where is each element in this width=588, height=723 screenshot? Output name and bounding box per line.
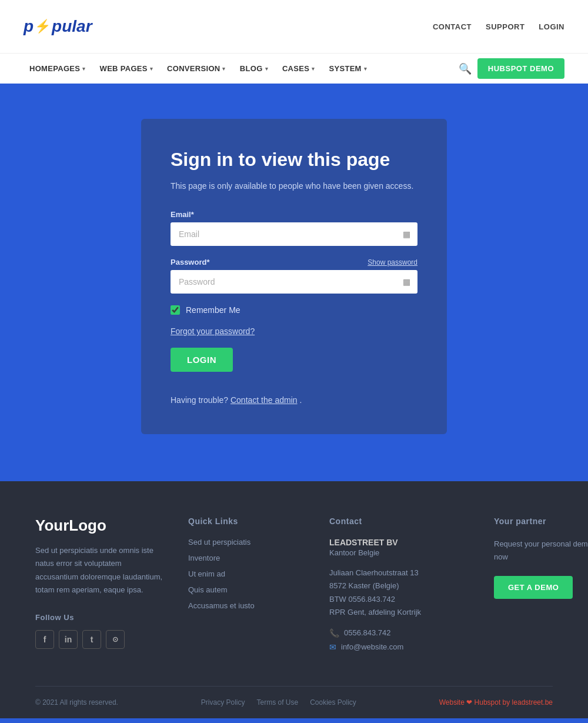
logo-text: p [24,17,34,36]
chevron-down-icon: ▾ [364,66,367,72]
top-links: CONTACT SUPPORT LOGIN [433,22,564,31]
password-input[interactable] [171,270,417,294]
password-group: Password* Show password ▦ [171,258,417,294]
footer-brand: Website ❤ Hubspot by leadstreet.be [439,698,553,707]
contact-address: Juliaan Claerhoutstraat 13 8572 Kaster (… [329,567,470,618]
nav-homepages[interactable]: HOMEPAGES ▾ [24,61,92,76]
partner-text: Request your personal demo right now [494,538,588,564]
footer-bottom: © 2021 All rights reserved. Privacy Poli… [35,686,553,718]
nav-conversion[interactable]: CONVERSION ▾ [161,61,232,76]
email-contact-icon: ✉ [329,642,336,652]
contact-region: Kantoor Belgie [329,548,470,557]
remember-me-group: Remember Me [171,305,417,315]
chevron-down-icon: ▾ [265,66,268,72]
privacy-policy-link[interactable]: Privacy Policy [201,698,245,707]
main-area: Sign in to view this page This page is o… [0,84,588,481]
quicklink-item[interactable]: Ut enim ad [188,569,306,578]
password-icon: ▦ [403,277,410,286]
nav-bar: HOMEPAGES ▾ WEB PAGES ▾ CONVERSION ▾ BLO… [0,53,588,84]
chevron-down-icon: ▾ [150,66,153,72]
copyright-text: © 2021 All rights reserved. [35,698,118,707]
login-button[interactable]: LOGIN [171,348,233,372]
hubspot-demo-button[interactable]: HUBSPOT DEMO [477,58,564,79]
phone-icon: 📞 [329,628,339,638]
login-link[interactable]: LOGIN [539,22,564,31]
nav-system[interactable]: SYSTEM ▾ [323,61,373,76]
follow-us-title: Follow Us [35,613,165,622]
social-icons: f in t ⊙ [35,630,165,649]
contact-admin-link[interactable]: Contact the admin [230,395,298,405]
contact-title: Contact [329,517,470,526]
top-bar: p ⚡ pular CONTACT SUPPORT LOGIN [0,0,588,53]
trouble-period: . [299,395,302,405]
chevron-down-icon: ▾ [222,66,225,72]
quicklink-item[interactable]: Inventore [188,554,306,562]
remember-me-checkbox[interactable] [171,305,180,315]
email-group: Email* ▦ [171,210,417,246]
footer-top: YourLogo Sed ut perspiciatis unde omnis … [35,517,553,685]
logo-lightning: ⚡ [35,20,51,33]
remember-me-label[interactable]: Remember Me [186,305,240,315]
cookies-policy-link[interactable]: Cookies Policy [310,698,356,707]
quicklinks-list: Sed ut perspiciatis Inventore Ut enim ad… [188,538,306,610]
trouble-static-text: Having trouble? [171,395,228,405]
quicklinks-title: Quick Links [188,517,306,526]
heart-icon: ❤ [466,698,474,707]
logo-rest: pular [52,17,92,36]
nav-webpages[interactable]: WEB PAGES ▾ [94,61,159,76]
footer-col-brand: YourLogo Sed ut perspiciatis unde omnis … [35,517,165,656]
contact-email[interactable]: ✉ info@website.com [329,642,470,652]
forgot-password-link[interactable]: Forgot your password? [171,326,417,336]
email-input[interactable] [171,222,417,246]
footer-description: Sed ut perspiciatis unde omnis iste natu… [35,544,165,596]
login-card: Sign in to view this page This page is o… [141,119,447,434]
terms-of-use-link[interactable]: Terms of Use [256,698,298,707]
quicklink-item[interactable]: Accusamus et iusto [188,601,306,610]
chevron-down-icon: ▾ [312,66,315,72]
facebook-icon[interactable]: f [35,630,54,649]
trouble-text: Having trouble? Contact the admin . [171,395,417,405]
quicklink-item[interactable]: Sed ut perspiciatis [188,538,306,547]
footer-col-quicklinks: Quick Links Sed ut perspiciatis Inventor… [188,517,306,656]
nav-cases[interactable]: CASES ▾ [276,61,321,76]
partner-title: Your partner [494,517,588,526]
get-demo-button[interactable]: GET A DEMO [494,576,573,599]
contact-company: LEADSTREET BV [329,538,470,547]
password-label: Password* [171,258,209,266]
login-title: Sign in to view this page [171,148,417,171]
footer: YourLogo Sed ut perspiciatis unde omnis … [0,481,588,718]
email-label: Email* [171,210,417,219]
contact-link[interactable]: CONTACT [433,22,472,31]
instagram-icon[interactable]: ⊙ [106,630,125,649]
password-input-wrapper: ▦ [171,270,417,294]
nav-blog[interactable]: BLOG ▾ [234,61,274,76]
contact-phone[interactable]: 📞 0556.843.742 [329,628,470,638]
search-icon[interactable]: 🔍 [455,59,475,79]
email-input-wrapper: ▦ [171,222,417,246]
logo: p ⚡ pular [24,17,92,36]
login-subtitle: This page is only available to people wh… [171,180,417,192]
footer-logo: YourLogo [35,517,165,535]
password-header: Password* Show password [171,258,417,266]
quicklink-item[interactable]: Quis autem [188,585,306,594]
show-password-link[interactable]: Show password [368,258,417,266]
chevron-down-icon: ▾ [82,66,85,72]
footer-bottom-links: Privacy Policy Terms of Use Cookies Poli… [201,698,356,707]
email-icon: ▦ [403,229,410,239]
footer-col-partner: Your partner Request your personal demo … [494,517,588,656]
support-link[interactable]: SUPPORT [486,22,524,31]
twitter-icon[interactable]: t [82,630,101,649]
linkedin-icon[interactable]: in [59,630,78,649]
footer-col-contact: Contact LEADSTREET BV Kantoor Belgie Jul… [329,517,470,656]
